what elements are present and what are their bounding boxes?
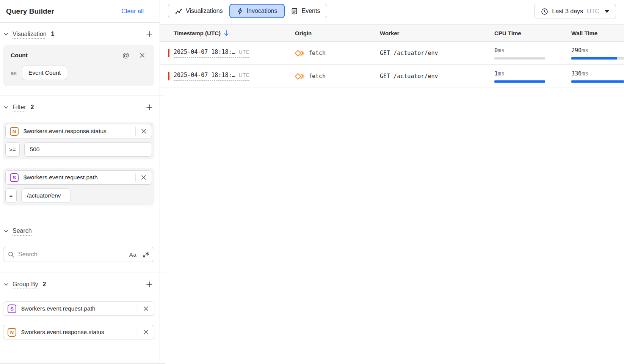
at-icon[interactable]: @ [122, 52, 129, 60]
column-label: CPU Time [494, 30, 521, 36]
workers-fetch-icon [295, 72, 305, 81]
sort-descending-icon [224, 30, 229, 36]
filter-operator[interactable]: = [5, 188, 17, 203]
search-input[interactable] [18, 251, 129, 258]
divider [135, 173, 136, 182]
visualization-label[interactable]: Visualization [13, 31, 47, 38]
error-indicator [168, 72, 169, 80]
wall-time-value: 336 [571, 70, 582, 77]
number-type-badge: N [10, 127, 19, 136]
filter-operator[interactable]: >= [5, 142, 20, 157]
group-by-field-name: $workers.event.request.path [21, 305, 96, 312]
query-builder-header: Query Builder Clear all [0, 0, 160, 23]
timezone-tag: UTC [239, 72, 250, 78]
chevron-down-icon[interactable] [3, 104, 9, 110]
group-by-field-selector[interactable]: S $workers.event.request.path [3, 301, 154, 316]
alias-field[interactable]: Event Count [22, 66, 67, 80]
invocation-row[interactable]: 2025-04-07 18:18:… UTC fetch GET /actuat… [160, 65, 624, 88]
tab-visualizations[interactable]: Visualizations [168, 4, 230, 18]
regex-icon[interactable] [143, 251, 149, 258]
column-label: Timestamp (UTC) [174, 30, 221, 36]
as-label: as [11, 70, 17, 76]
search-box: Aa [3, 247, 154, 262]
time-range-zone: UTC [587, 8, 599, 15]
add-filter-button[interactable] [144, 102, 154, 112]
group-by-label[interactable]: Group By [13, 281, 38, 288]
trend-line-icon [175, 8, 182, 15]
results-toolbar: Visualizations Invocations Events [160, 0, 624, 24]
search-section-header: Search [3, 221, 154, 239]
visualization-count: 1 [51, 31, 55, 38]
group-by-field-name: $workers.event.response.status [21, 329, 104, 336]
filter-value-input[interactable]: /actuator/env [21, 188, 71, 203]
divider [135, 127, 136, 136]
divider [138, 328, 138, 337]
filter-field-selector[interactable]: S $workers.event.request.path [5, 170, 152, 185]
clear-all-link[interactable]: Clear all [121, 8, 144, 15]
search-label[interactable]: Search [13, 228, 32, 234]
cpu-time-bar [494, 80, 545, 83]
add-visualization-button[interactable] [144, 29, 154, 39]
timestamp: 2025-04-07 18:18:… [174, 72, 235, 78]
tab-invocations[interactable]: Invocations [229, 4, 285, 18]
filter-field-name: $workers.event.request.path [24, 174, 98, 181]
worker-value: GET /actuator/env [380, 73, 438, 80]
invocation-row[interactable]: 2025-04-07 18:18:… UTC fetch GET /actuat… [160, 42, 624, 65]
clock-icon [541, 8, 548, 15]
tab-label: Visualizations [186, 8, 223, 14]
chevron-down-icon[interactable] [3, 31, 9, 37]
add-group-by-button[interactable] [144, 279, 154, 289]
column-header-wall-time[interactable]: Wall Time [571, 30, 624, 36]
column-label: Origin [295, 30, 312, 36]
column-label: Wall Time [571, 30, 597, 36]
match-case-icon[interactable]: Aa [129, 251, 136, 258]
visualization-card: Count @ as Event Count [3, 45, 154, 86]
timestamp-link[interactable]: 2025-04-07 18:18:… UTC [174, 72, 249, 81]
time-range-label: Last 3 days [552, 8, 583, 15]
unit-label: ms [582, 70, 588, 77]
filter-label[interactable]: Filter [13, 104, 26, 111]
unit-label: ms [498, 70, 505, 77]
tab-events[interactable]: Events [284, 4, 327, 18]
timestamp: 2025-04-07 18:18:… [174, 49, 235, 55]
divider [138, 304, 138, 313]
wall-time-cell: 290ms [571, 47, 624, 60]
column-header-worker[interactable]: Worker [380, 30, 494, 36]
group-by-field-selector[interactable]: N $workers.event.response.status [3, 325, 154, 339]
wall-time-bar [571, 57, 624, 60]
workers-fetch-icon [295, 49, 305, 58]
visualization-function: Count [11, 52, 28, 59]
column-label: Worker [380, 30, 399, 36]
group-by-count: 2 [43, 281, 46, 288]
tab-label: Events [301, 8, 320, 14]
filter-section-header: Filter 2 [3, 96, 154, 117]
page-title: Query Builder [6, 7, 54, 16]
timestamp-link[interactable]: 2025-04-07 18:18:… UTC [174, 49, 249, 58]
cpu-time-cell: 0ms [494, 47, 571, 60]
column-header-cpu-time[interactable]: CPU Time [494, 30, 571, 36]
origin-value: fetch [309, 73, 326, 80]
filter-field-selector[interactable]: N $workers.event.response.status [5, 124, 152, 138]
wall-time-bar [571, 80, 624, 83]
chevron-down-icon[interactable] [3, 228, 9, 234]
column-header-timestamp[interactable]: Timestamp (UTC) [160, 30, 295, 36]
string-type-badge: S [8, 304, 16, 313]
chevron-down-icon[interactable] [3, 281, 9, 287]
remove-visualization-button[interactable] [138, 51, 147, 60]
filter-card: S $workers.event.request.path = /actuato… [3, 168, 154, 205]
time-range-button[interactable]: Last 3 days UTC [534, 4, 616, 19]
string-type-badge: S [10, 173, 19, 182]
cpu-time-value: 1 [494, 70, 498, 77]
cpu-time-cell: 1ms [494, 70, 571, 83]
workers-observability-app: Query Builder Clear all Visualization 1 … [0, 0, 624, 364]
remove-filter-button[interactable] [139, 127, 148, 136]
remove-group-by-button[interactable] [141, 328, 151, 337]
worker-value: GET /actuator/env [380, 50, 438, 56]
cpu-time-value: 0 [494, 47, 498, 54]
remove-filter-button[interactable] [139, 173, 148, 182]
column-header-origin[interactable]: Origin [295, 30, 380, 36]
filter-value-input[interactable]: 500 [24, 142, 152, 157]
remove-group-by-button[interactable] [141, 304, 151, 313]
number-type-badge: N [8, 328, 16, 337]
visualization-section-header: Visualization 1 [3, 23, 154, 44]
